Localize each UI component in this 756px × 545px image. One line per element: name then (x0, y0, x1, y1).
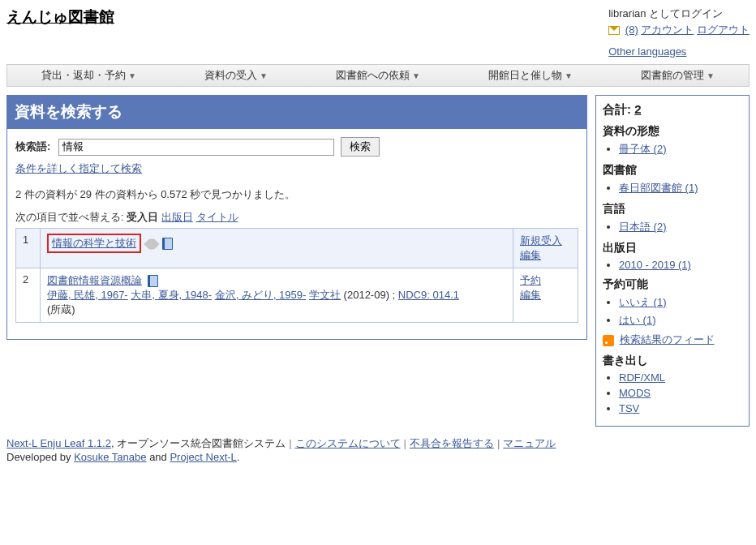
facet-heading-language: 言語 (603, 202, 742, 217)
facet-link[interactable]: 冊子体 (2) (619, 143, 667, 155)
book-icon (162, 238, 173, 250)
chevron-down-icon: ▼ (260, 71, 268, 80)
menu-item-events[interactable]: 開館日と催し物▼ (488, 68, 573, 83)
facet-total: 合計: 2 (603, 102, 742, 118)
table-row: 1 情報の科学と技術 新規受入 編集 (16, 229, 578, 268)
mail-icon (608, 26, 620, 35)
site-title[interactable]: えんじゅ図書館 (6, 6, 114, 28)
account-link[interactable]: アカウント (641, 24, 694, 36)
menu-item-requests[interactable]: 図書館への依頼▼ (336, 68, 420, 83)
facet-heading-pubdate: 出版日 (603, 241, 742, 255)
sort-option-pubdate[interactable]: 出版日 (161, 211, 193, 223)
footer: Next-L Enju Leaf 1.1.2, オープンソース統合図書館システム… (6, 436, 750, 463)
facet-heading-reservable: 予約可能 (603, 277, 742, 292)
action-edit[interactable]: 編集 (520, 249, 541, 261)
menu-item-admin[interactable]: 図書館の管理▼ (641, 68, 715, 83)
publisher-link[interactable]: 学文社 (309, 289, 341, 301)
report-bug-link[interactable]: 不具合を報告する (410, 437, 494, 449)
action-new-accession[interactable]: 新規受入 (520, 234, 562, 247)
export-mods[interactable]: MODS (619, 387, 651, 399)
other-languages-link[interactable]: Other languages (608, 45, 686, 58)
facet-heading-export: 書き出し (603, 354, 742, 368)
sort-current: 受入日 (127, 211, 158, 223)
action-reserve[interactable]: 予約 (520, 274, 541, 286)
search-button[interactable]: 検索 (341, 137, 380, 157)
result-title-link[interactable]: 情報の科学と技術 (52, 237, 136, 249)
chevron-down-icon: ▼ (707, 71, 715, 80)
holdings-label: (所蔵) (47, 303, 75, 315)
chevron-down-icon: ▼ (565, 71, 573, 80)
rss-icon (603, 335, 614, 346)
row-number: 2 (16, 268, 41, 323)
highlight-box: 情報の科学と技術 (47, 234, 141, 253)
menu-item-acquisition[interactable]: 資料の受入▼ (204, 68, 268, 83)
results-table: 1 情報の科学と技術 新規受入 編集 2 (15, 228, 578, 323)
manual-link[interactable]: マニュアル (503, 437, 556, 449)
result-count: 2 件の資料が 29 件の資料から 0.572 秒で見つかりました。 (15, 187, 578, 202)
facets-sidebar: 合計: 2 資料の形態 冊子体 (2) 図書館 春日部図書館 (1) 言語 日本… (595, 95, 750, 427)
export-tsv[interactable]: TSV (619, 402, 639, 414)
facet-link[interactable]: はい (1) (619, 314, 656, 326)
message-count-link[interactable]: (8) (625, 24, 638, 36)
facet-link[interactable]: 春日部図書館 (1) (619, 182, 698, 194)
logout-link[interactable]: ログアウト (697, 24, 750, 36)
facet-link[interactable]: 日本語 (2) (619, 221, 667, 233)
facet-link[interactable]: 2010 - 2019 (1) (619, 259, 691, 271)
search-label: 検索語: (15, 140, 50, 152)
sort-option-title[interactable]: タイトル (196, 211, 238, 223)
search-heading: 資料を検索する (6, 95, 587, 129)
table-row: 2 図書館情報資源概論 伊藤, 民雄, 1967- 大串, 夏身, 1948- … (16, 268, 578, 323)
main-menubar: 貸出・返却・予約▼ 資料の受入▼ 図書館への依頼▼ 開館日と催し物▼ 図書館の管… (6, 64, 750, 87)
chevron-down-icon: ▼ (412, 71, 420, 80)
export-rdfxml[interactable]: RDF/XML (619, 371, 665, 384)
action-edit[interactable]: 編集 (520, 289, 541, 301)
advanced-search-link[interactable]: 条件を詳しく指定して検索 (15, 162, 142, 174)
developer1-link[interactable]: Kosuke Tanabe (74, 451, 146, 463)
pub-date: (2012-09) (344, 289, 389, 301)
sort-line: 次の項目で並べ替える: 受入日 出版日 タイトル (15, 210, 578, 225)
developer2-link[interactable]: Project Next-L (170, 451, 236, 463)
author-link[interactable]: 伊藤, 民雄, 1967- (47, 289, 128, 301)
product-link[interactable]: Next-L Enju Leaf 1.1.2 (6, 437, 111, 449)
ndc-link[interactable]: NDC9: 014.1 (398, 289, 459, 301)
facet-heading-library: 図書館 (603, 163, 742, 178)
author-link[interactable]: 大串, 夏身, 1948- (131, 289, 212, 301)
facet-heading-form: 資料の形態 (603, 124, 742, 139)
book-icon (148, 275, 158, 287)
tag-icon (144, 236, 160, 252)
author-link[interactable]: 金沢, みどり, 1959- (215, 289, 307, 301)
facet-link[interactable]: いいえ (1) (619, 296, 667, 308)
row-number: 1 (16, 229, 41, 268)
search-input[interactable] (58, 139, 334, 156)
feed-link[interactable]: 検索結果のフィード (620, 333, 715, 345)
result-title-link[interactable]: 図書館情報資源概論 (47, 274, 142, 286)
menu-item-circulation[interactable]: 貸出・返却・予約▼ (41, 68, 136, 83)
chevron-down-icon: ▼ (128, 71, 136, 80)
login-status: librarian としてログイン (608, 6, 750, 21)
about-link[interactable]: このシステムについて (295, 437, 401, 449)
login-area: librarian としてログイン (8) アカウント ログアウト Other … (608, 6, 750, 59)
